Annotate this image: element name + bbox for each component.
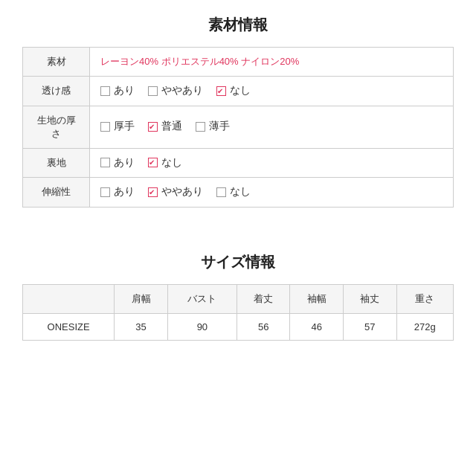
checkbox-item-3-0: あり: [100, 156, 135, 170]
material-value-4: ありややありなし: [90, 178, 454, 208]
size-cell-0-3: 56: [237, 313, 290, 340]
material-label-2: 生地の厚さ: [23, 106, 90, 148]
size-row-0: ONESIZE3590564657272g: [23, 313, 454, 340]
checkbox-label-1-1: ややあり: [161, 84, 203, 97]
size-header-row: 肩幅バスト着丈袖幅袖丈重さ: [23, 284, 454, 313]
checkbox-item-4-0: あり: [100, 185, 135, 199]
size-header-3: 着丈: [237, 284, 290, 313]
checkbox-box-1-0: [100, 86, 110, 96]
checkbox-label-1-0: あり: [114, 84, 135, 97]
checkbox-box-2-0: [100, 122, 110, 132]
material-label-3: 裏地: [23, 148, 90, 178]
material-row-0: 素材レーヨン40% ポリエステル40% ナイロン20%: [23, 48, 454, 77]
checkbox-label-1-2: なし: [230, 84, 251, 97]
checkbox-item-4-1: ややあり: [148, 185, 203, 199]
material-row-3: 裏地ありなし: [23, 148, 454, 178]
material-label-0: 素材: [23, 48, 90, 77]
checkbox-box-1-2: [216, 86, 226, 96]
checkbox-label-3-1: なし: [161, 156, 182, 170]
size-cell-0-6: 272g: [396, 313, 453, 340]
size-section-title: サイズ情報: [22, 252, 454, 272]
checkbox-item-1-1: ややあり: [148, 84, 203, 97]
size-cell-0-5: 57: [344, 313, 397, 340]
checkbox-item-4-2: なし: [216, 185, 251, 199]
material-label-1: 透け感: [23, 77, 90, 106]
checkbox-box-4-0: [100, 187, 110, 197]
checkbox-box-4-2: [216, 187, 226, 197]
checkbox-label-2-2: 薄手: [209, 120, 230, 133]
size-table: 肩幅バスト着丈袖幅袖丈重さ ONESIZE3590564657272g: [22, 284, 454, 341]
checkbox-item-3-1: なし: [148, 156, 182, 170]
material-row-4: 伸縮性ありややありなし: [23, 178, 454, 208]
checkbox-item-1-2: なし: [216, 84, 251, 97]
size-cell-0-0: ONESIZE: [23, 313, 115, 340]
checkbox-label-4-2: なし: [230, 185, 251, 199]
checkbox-label-3-0: あり: [114, 156, 135, 170]
size-header-4: 袖幅: [290, 284, 344, 313]
material-value-1: ありややありなし: [90, 77, 454, 106]
size-cell-0-4: 46: [290, 313, 344, 340]
size-header-5: 袖丈: [344, 284, 397, 313]
material-value-2: 厚手普通薄手: [90, 106, 454, 148]
checkbox-label-4-0: あり: [114, 185, 135, 199]
checkbox-label-4-1: ややあり: [161, 185, 203, 199]
checkbox-box-2-2: [196, 122, 205, 132]
checkbox-item-1-0: あり: [100, 84, 135, 97]
material-section-title: 素材情報: [22, 15, 454, 35]
size-header-0: [23, 284, 115, 313]
material-value-0: レーヨン40% ポリエステル40% ナイロン20%: [90, 48, 454, 77]
checkbox-box-4-1: [148, 187, 158, 197]
spacer: [22, 230, 454, 252]
material-row-1: 透け感ありややありなし: [23, 77, 454, 106]
checkbox-box-2-1: [148, 122, 158, 132]
size-header-2: バスト: [167, 284, 237, 313]
page: 素材情報 素材レーヨン40% ポリエステル40% ナイロン20%透け感ありややあ…: [0, 0, 476, 476]
size-cell-0-2: 90: [167, 313, 237, 340]
size-cell-0-1: 35: [115, 313, 168, 340]
checkbox-box-3-0: [100, 158, 110, 167]
material-label-4: 伸縮性: [23, 178, 90, 208]
checkbox-item-2-0: 厚手: [100, 120, 135, 133]
material-row-2: 生地の厚さ厚手普通薄手: [23, 106, 454, 148]
checkbox-label-2-0: 厚手: [114, 120, 135, 133]
material-table: 素材レーヨン40% ポリエステル40% ナイロン20%透け感ありややありなし生地…: [22, 47, 454, 208]
checkbox-label-2-1: 普通: [161, 120, 182, 133]
checkbox-item-2-1: 普通: [148, 120, 182, 133]
checkbox-box-3-1: [148, 158, 158, 167]
size-header-1: 肩幅: [115, 284, 168, 313]
size-header-6: 重さ: [396, 284, 453, 313]
checkbox-box-1-1: [148, 86, 158, 96]
checkbox-item-2-2: 薄手: [196, 120, 230, 133]
material-value-3: ありなし: [90, 148, 454, 178]
